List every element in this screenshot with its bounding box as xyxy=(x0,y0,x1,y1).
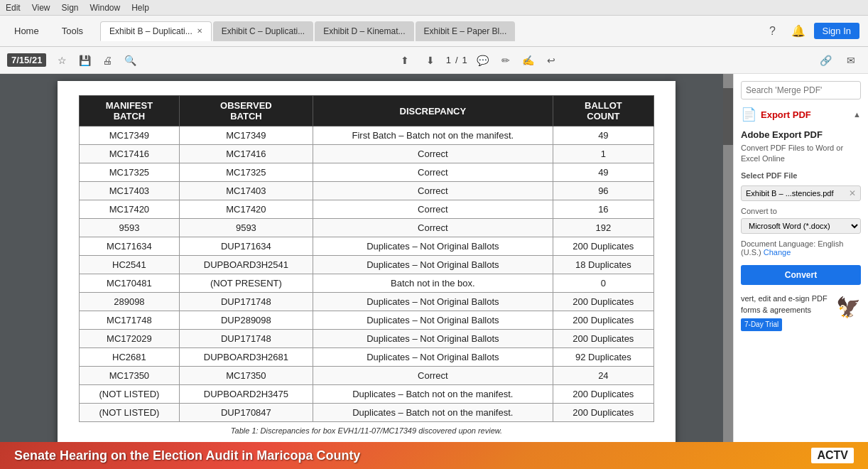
right-panel: 📄 Export PDF ▲ Adobe Export PDF Convert … xyxy=(733,74,868,442)
menu-edit[interactable]: Edit xyxy=(6,3,21,13)
export-pdf-button[interactable]: 📄 Export PDF ▲ xyxy=(741,107,861,122)
table-cell-2-2: Correct xyxy=(313,163,553,182)
export-arrow-icon: ▲ xyxy=(853,110,861,119)
table-cell-3-1: MC17403 xyxy=(179,182,313,200)
col-header-observed: OBSERVEDBATCH xyxy=(179,96,313,126)
table-cell-6-2: Duplicates – Not Original Ballots xyxy=(313,237,553,256)
table-cell-2-0: MC17325 xyxy=(80,163,180,182)
notification-icon[interactable]: 🔔 xyxy=(788,21,808,41)
table-cell-13-2: Correct xyxy=(313,367,553,385)
table-cell-13-3: 24 xyxy=(553,367,653,385)
table-cell-3-0: MC17403 xyxy=(80,182,180,200)
tab-bar: Exhibit B – Duplicati... ✕ Exhibit C – D… xyxy=(100,21,751,41)
remove-file-icon[interactable]: ✕ xyxy=(849,188,856,198)
table-cell-0-0: MC17349 xyxy=(80,126,180,145)
table-row: MC17416MC17416Correct1 xyxy=(80,145,654,163)
print-icon[interactable]: 🖨 xyxy=(97,50,117,70)
comment-icon[interactable]: 💬 xyxy=(473,50,493,70)
upload-icon[interactable]: ⬆ xyxy=(395,50,415,70)
table-cell-8-1: (NOT PRESENT) xyxy=(179,274,313,293)
table-cell-1-2: Correct xyxy=(313,145,553,163)
pdf-page: MANIFESTBATCH OBSERVEDBATCH DISCREPANCY … xyxy=(58,81,676,442)
download-icon[interactable]: ⬇ xyxy=(421,50,440,70)
save-icon[interactable]: 💾 xyxy=(75,50,94,70)
tab-exhibit-d[interactable]: Exhibit D – Kinemat... xyxy=(315,21,413,41)
export-pdf-label: Export PDF xyxy=(761,109,811,120)
export-pdf-icon: 📄 xyxy=(741,107,756,122)
pen-icon[interactable]: ✏ xyxy=(496,50,516,70)
table-cell-11-1: DUP171748 xyxy=(179,330,313,348)
table-cell-4-1: MC17420 xyxy=(179,200,313,219)
trial-badge[interactable]: 7-Day Trial xyxy=(741,318,782,331)
table-row: (NOT LISTED)DUPBOARD2H3475Duplicates – B… xyxy=(80,385,654,404)
table-cell-11-0: MC172029 xyxy=(80,330,180,348)
table-cell-13-0: MC17350 xyxy=(80,367,180,385)
help-icon[interactable]: ? xyxy=(763,21,783,41)
convert-to-label: Convert to xyxy=(741,207,861,215)
search-input[interactable] xyxy=(741,81,861,99)
doc-lang-label: Document Language: English (U.S.) Change xyxy=(741,239,861,257)
scrollbar-thumb[interactable] xyxy=(723,88,733,145)
acrobat-icon: 🦅 xyxy=(836,293,861,321)
banner-text: Senate Hearing on the Election Audit in … xyxy=(14,448,804,463)
table-cell-6-3: 200 Duplicates xyxy=(553,237,653,256)
table-cell-15-1: DUP170847 xyxy=(179,404,313,422)
bottom-banner: Senate Hearing on the Election Audit in … xyxy=(0,442,868,469)
toolbar-icons-right: ? 🔔 Sign In xyxy=(763,21,859,41)
menu-window[interactable]: Window xyxy=(90,3,121,13)
table-cell-7-2: Duplicates – Not Original Ballots xyxy=(313,256,553,274)
table-cell-0-2: First Batch – Batch not on the manifest. xyxy=(313,126,553,145)
table-cell-5-3: 192 xyxy=(553,219,653,237)
select-file-label: Select PDF File xyxy=(741,171,861,181)
nav-bar: 7/15/21 ☆ 💾 🖨 🔍 ⬆ ⬇ 1 / 1 💬 ✏ ✍ ↩ 🔗 ✉ xyxy=(0,47,868,74)
tab-exhibit-c[interactable]: Exhibit C – Duplicati... xyxy=(213,21,313,41)
zoom-icon[interactable]: 🔗 xyxy=(815,50,835,70)
scrollbar[interactable] xyxy=(723,74,733,442)
menu-sign[interactable]: Sign xyxy=(61,3,78,13)
menu-help[interactable]: Help xyxy=(131,3,149,13)
col-header-manifest: MANIFESTBATCH xyxy=(80,96,180,126)
table-row: (NOT LISTED)DUP170847Duplicates – Batch … xyxy=(80,404,654,422)
table-cell-10-3: 200 Duplicates xyxy=(553,311,653,330)
tab-exhibit-e[interactable]: Exhibit E – Paper Bl... xyxy=(416,21,516,41)
table-row: MC171634DUP171634Duplicates – Not Origin… xyxy=(80,237,654,256)
table-row: MC17349MC17349First Batch – Batch not on… xyxy=(80,126,654,145)
table-cell-10-0: MC171748 xyxy=(80,311,180,330)
mail-icon[interactable]: ✉ xyxy=(841,50,861,70)
table-cell-0-3: 49 xyxy=(553,126,653,145)
table-cell-13-1: MC17350 xyxy=(179,367,313,385)
adobe-export-title: Adobe Export PDF xyxy=(741,129,861,140)
page-separator: / xyxy=(455,55,458,65)
convert-to-select[interactable]: Microsoft Word (*.docx) xyxy=(741,218,861,234)
table-cell-2-3: 49 xyxy=(553,163,653,182)
table-cell-14-0: (NOT LISTED) xyxy=(80,385,180,404)
table-cell-8-3: 0 xyxy=(553,274,653,293)
tools-button[interactable]: Tools xyxy=(56,23,89,39)
table-cell-12-0: HC2681 xyxy=(80,348,180,367)
main-content: MANIFESTBATCH OBSERVEDBATCH DISCREPANCY … xyxy=(0,74,868,442)
signature-icon[interactable]: ✍ xyxy=(519,50,538,70)
convert-button[interactable]: Convert xyxy=(741,265,861,285)
table-cell-7-0: HC2541 xyxy=(80,256,180,274)
search-icon[interactable]: 🔍 xyxy=(120,50,140,70)
table-cell-8-2: Batch not in the box. xyxy=(313,274,553,293)
table-cell-15-3: 200 Duplicates xyxy=(553,404,653,422)
table-row: HC2681DUPBOARD3H2681Duplicates – Not Ori… xyxy=(80,348,654,367)
table-cell-11-2: Duplicates – Not Original Ballots xyxy=(313,330,553,348)
forward-icon[interactable]: ↩ xyxy=(541,50,561,70)
home-button[interactable]: Home xyxy=(9,23,45,39)
bookmark-icon[interactable]: ☆ xyxy=(52,50,72,70)
selected-file-chip: Exhibit B – ...stencies.pdf ✕ xyxy=(741,185,861,201)
menu-view[interactable]: View xyxy=(32,3,50,13)
tab-exhibit-b[interactable]: Exhibit B – Duplicati... ✕ xyxy=(100,21,212,41)
table-cell-14-3: 200 Duplicates xyxy=(553,385,653,404)
table-cell-9-0: 289098 xyxy=(80,293,180,311)
table-cell-15-2: Duplicates – Batch not on the manifest. xyxy=(313,404,553,422)
data-table: MANIFESTBATCH OBSERVEDBATCH DISCREPANCY … xyxy=(79,95,654,422)
sign-in-button[interactable]: Sign In xyxy=(814,23,859,39)
table-cell-5-0: 9593 xyxy=(80,219,180,237)
tab-close-icon[interactable]: ✕ xyxy=(197,27,202,35)
table-cell-11-3: 200 Duplicates xyxy=(553,330,653,348)
table-cell-4-3: 16 xyxy=(553,200,653,219)
change-language-link[interactable]: Change xyxy=(764,248,791,257)
